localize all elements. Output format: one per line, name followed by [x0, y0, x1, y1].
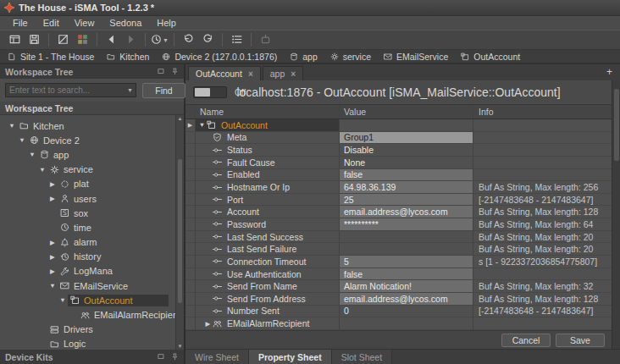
- row-status[interactable]: StatusDisable: [185, 144, 612, 157]
- close-icon[interactable]: ×: [248, 69, 253, 79]
- search-combobox[interactable]: ▼: [5, 83, 136, 97]
- menu-help[interactable]: Help: [149, 18, 184, 28]
- tree-item-time[interactable]: time: [0, 220, 175, 234]
- property-value-enabled[interactable]: false: [340, 169, 473, 181]
- add-tab-button[interactable]: +: [606, 66, 612, 78]
- enable-toggle[interactable]: [193, 86, 227, 98]
- undo-button[interactable]: [179, 32, 198, 48]
- save-button[interactable]: [25, 32, 44, 48]
- column-header-name[interactable]: Name: [196, 105, 340, 119]
- property-value-send-from-name[interactable]: Alarm Notication!: [340, 280, 473, 292]
- tree-item-drivers[interactable]: Drivers: [0, 323, 175, 337]
- close-icon[interactable]: ×: [291, 69, 296, 79]
- pin-panel-icon[interactable]: [171, 352, 179, 362]
- tree-item-kitchen[interactable]: ▼Kitchen: [0, 119, 175, 133]
- expander-icon[interactable]: ▶: [203, 320, 213, 328]
- row-number-sent[interactable]: Number Sent0[-2147483648 - 2147483647]: [185, 306, 612, 318]
- menu-edit[interactable]: Edit: [36, 18, 67, 28]
- tab-app[interactable]: app×: [263, 66, 303, 80]
- toggle-knob[interactable]: [195, 88, 210, 97]
- tree-item-service[interactable]: ▼service: [0, 163, 175, 177]
- row-last-send-failure[interactable]: Last Send FailureBuf As String, Max leng…: [185, 243, 612, 256]
- tree-item-sox[interactable]: Ssox: [0, 206, 175, 220]
- menu-sedona[interactable]: Sedona: [102, 18, 149, 28]
- column-header-value[interactable]: Value: [340, 105, 473, 119]
- tree-item-device-2[interactable]: ▼Device 2: [0, 133, 175, 147]
- tree-item-outaccount[interactable]: ▼OutAccount: [0, 293, 175, 307]
- row-connection-timeout[interactable]: Connection Timeout5s [1 - 92233720368547…: [185, 256, 612, 268]
- chevron-down-icon[interactable]: ▼: [125, 87, 136, 93]
- breadcrumb-emailservice[interactable]: EMailService: [384, 52, 448, 62]
- property-value-meta[interactable]: Group1: [340, 132, 473, 144]
- tree-item-emailservice[interactable]: ▼EMailService: [0, 279, 175, 293]
- expander-icon[interactable]: ▼: [47, 282, 58, 290]
- expander-icon[interactable]: ▼: [58, 296, 68, 304]
- menu-file[interactable]: File: [5, 18, 36, 28]
- breadcrumb-site-1-the-house[interactable]: Site 1 - The House: [8, 52, 94, 62]
- save-button[interactable]: Save: [556, 334, 605, 347]
- expander-icon[interactable]: ▶: [47, 239, 58, 246]
- tree-item-users[interactable]: ▶users: [0, 191, 175, 206]
- scroll-up-icon[interactable]: ▲: [176, 116, 184, 121]
- breadcrumb-kitchen[interactable]: Kitchen: [107, 52, 149, 62]
- menu-view[interactable]: View: [67, 18, 102, 28]
- property-value-connection-timeout[interactable]: 5: [340, 256, 473, 267]
- column-header-info[interactable]: Info: [473, 105, 612, 119]
- sheet-scrollbar-thumb[interactable]: [614, 89, 619, 161]
- row-outaccount[interactable]: ▶▼OutAccount: [185, 119, 612, 132]
- tab-slot-sheet[interactable]: Slot Sheet: [332, 350, 392, 364]
- forward-button[interactable]: [121, 32, 141, 48]
- property-value-use-authentication[interactable]: false: [340, 268, 473, 280]
- expander-icon[interactable]: ▶: [47, 253, 58, 261]
- expander-icon[interactable]: ▼: [27, 151, 37, 158]
- row-account[interactable]: Accountemail.address@lycos.comBuf As Str…: [185, 206, 612, 218]
- property-value-account[interactable]: email.address@lycos.com: [340, 206, 473, 218]
- chevron-down-icon[interactable]: ▼: [163, 37, 169, 43]
- sheet-scrollbar[interactable]: [612, 80, 620, 349]
- property-value-send-from-address[interactable]: email.address@lycos.com: [340, 293, 473, 305]
- back-button[interactable]: [102, 32, 121, 48]
- scroll-down-icon[interactable]: ▼: [176, 344, 184, 349]
- redo-button[interactable]: [198, 32, 218, 48]
- property-value-password[interactable]: **********: [340, 218, 473, 230]
- find-button[interactable]: Find: [142, 83, 185, 98]
- expander-icon[interactable]: ▶: [47, 180, 58, 188]
- panel-button[interactable]: [5, 32, 25, 48]
- expander-icon[interactable]: ▶: [47, 195, 58, 202]
- maximize-panel-icon[interactable]: [158, 67, 165, 77]
- cancel-button[interactable]: Cancel: [501, 334, 551, 347]
- device-button[interactable]: [256, 32, 275, 48]
- row-fault-cause[interactable]: Fault CauseNone: [185, 157, 612, 169]
- list-button[interactable]: [227, 32, 246, 48]
- expander-icon[interactable]: ▼: [7, 122, 17, 130]
- kits-button[interactable]: [73, 32, 92, 48]
- maximize-panel-icon[interactable]: [158, 352, 165, 362]
- tree-item-plat[interactable]: ▶plat: [0, 177, 175, 191]
- tab-wire-sheet[interactable]: Wire Sheet: [185, 350, 249, 364]
- tree-item-alarm[interactable]: ▶alarm: [0, 235, 175, 250]
- breadcrumb-app[interactable]: app: [290, 52, 318, 62]
- row-port[interactable]: Port25[-2147483648 - 2147483647]: [185, 194, 612, 207]
- row-password[interactable]: Password**********Buf As String, Max len…: [185, 218, 612, 231]
- tree-item-emailalarmrecipient[interactable]: EMailAlarmRecipient: [0, 307, 175, 322]
- row-enabled[interactable]: Enabledfalse: [185, 169, 612, 182]
- breadcrumb-device-2-127-0-0-1-1876[interactable]: Device 2 (127.0.0.1:1876): [162, 52, 277, 62]
- tree-item-logic[interactable]: Logic: [0, 337, 175, 350]
- expander-icon[interactable]: ▼: [37, 166, 47, 174]
- search-input[interactable]: [6, 85, 125, 95]
- tree-item-history[interactable]: ▶history: [0, 250, 175, 264]
- expander-icon[interactable]: ▶: [47, 267, 58, 275]
- tree-item-logmana[interactable]: ▶LogMana: [0, 264, 175, 279]
- expander-icon[interactable]: ▼: [197, 121, 207, 129]
- row-send-from-address[interactable]: Send From Addressemail.address@lycos.com…: [185, 293, 612, 306]
- row-meta[interactable]: MetaGroup1: [185, 132, 612, 145]
- property-value-port[interactable]: 25: [340, 194, 473, 206]
- row-use-authentication[interactable]: Use Authenticationfalse: [185, 268, 612, 281]
- row-expander-gutter[interactable]: ▶: [185, 119, 196, 131]
- expander-icon[interactable]: ▼: [17, 136, 27, 144]
- row-send-from-name[interactable]: Send From NameAlarm Notication!Buf As St…: [185, 280, 612, 293]
- tree-item-app[interactable]: ▼app: [0, 147, 175, 162]
- row-emailalarmrecipient[interactable]: ▶EMailAlarmRecipient: [185, 317, 612, 330]
- pin-panel-icon[interactable]: [171, 67, 179, 77]
- row-hostname-or-ip[interactable]: Hostname Or Ip64.98.36.139Buf As String,…: [185, 181, 612, 194]
